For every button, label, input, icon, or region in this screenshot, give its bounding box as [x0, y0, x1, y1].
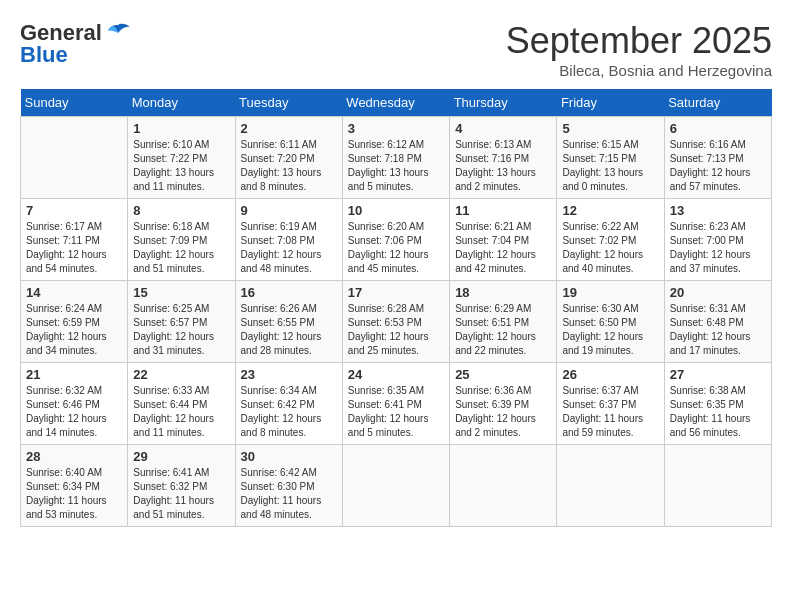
day-info: Sunrise: 6:30 AM Sunset: 6:50 PM Dayligh… — [562, 302, 658, 358]
day-number: 14 — [26, 285, 122, 300]
day-info: Sunrise: 6:19 AM Sunset: 7:08 PM Dayligh… — [241, 220, 337, 276]
day-info: Sunrise: 6:38 AM Sunset: 6:35 PM Dayligh… — [670, 384, 766, 440]
calendar-cell: 22Sunrise: 6:33 AM Sunset: 6:44 PM Dayli… — [128, 363, 235, 445]
day-info: Sunrise: 6:41 AM Sunset: 6:32 PM Dayligh… — [133, 466, 229, 522]
day-number: 13 — [670, 203, 766, 218]
day-number: 19 — [562, 285, 658, 300]
day-info: Sunrise: 6:35 AM Sunset: 6:41 PM Dayligh… — [348, 384, 444, 440]
calendar-cell — [342, 445, 449, 527]
day-number: 9 — [241, 203, 337, 218]
day-number: 22 — [133, 367, 229, 382]
logo: General Blue — [20, 20, 132, 68]
day-number: 7 — [26, 203, 122, 218]
calendar-cell — [21, 117, 128, 199]
calendar-week-row: 1Sunrise: 6:10 AM Sunset: 7:22 PM Daylig… — [21, 117, 772, 199]
day-info: Sunrise: 6:21 AM Sunset: 7:04 PM Dayligh… — [455, 220, 551, 276]
calendar-cell — [450, 445, 557, 527]
calendar-cell: 5Sunrise: 6:15 AM Sunset: 7:15 PM Daylig… — [557, 117, 664, 199]
day-number: 5 — [562, 121, 658, 136]
calendar-cell: 30Sunrise: 6:42 AM Sunset: 6:30 PM Dayli… — [235, 445, 342, 527]
day-info: Sunrise: 6:28 AM Sunset: 6:53 PM Dayligh… — [348, 302, 444, 358]
day-number: 18 — [455, 285, 551, 300]
day-number: 26 — [562, 367, 658, 382]
calendar-cell: 6Sunrise: 6:16 AM Sunset: 7:13 PM Daylig… — [664, 117, 771, 199]
day-info: Sunrise: 6:42 AM Sunset: 6:30 PM Dayligh… — [241, 466, 337, 522]
day-info: Sunrise: 6:16 AM Sunset: 7:13 PM Dayligh… — [670, 138, 766, 194]
day-info: Sunrise: 6:11 AM Sunset: 7:20 PM Dayligh… — [241, 138, 337, 194]
day-number: 8 — [133, 203, 229, 218]
day-number: 12 — [562, 203, 658, 218]
day-number: 25 — [455, 367, 551, 382]
calendar-cell: 3Sunrise: 6:12 AM Sunset: 7:18 PM Daylig… — [342, 117, 449, 199]
weekday-header-friday: Friday — [557, 89, 664, 117]
day-number: 1 — [133, 121, 229, 136]
day-number: 30 — [241, 449, 337, 464]
day-number: 27 — [670, 367, 766, 382]
day-number: 28 — [26, 449, 122, 464]
day-info: Sunrise: 6:31 AM Sunset: 6:48 PM Dayligh… — [670, 302, 766, 358]
calendar-cell: 7Sunrise: 6:17 AM Sunset: 7:11 PM Daylig… — [21, 199, 128, 281]
day-info: Sunrise: 6:26 AM Sunset: 6:55 PM Dayligh… — [241, 302, 337, 358]
day-info: Sunrise: 6:32 AM Sunset: 6:46 PM Dayligh… — [26, 384, 122, 440]
calendar-cell: 28Sunrise: 6:40 AM Sunset: 6:34 PM Dayli… — [21, 445, 128, 527]
weekday-header-sunday: Sunday — [21, 89, 128, 117]
calendar-cell: 23Sunrise: 6:34 AM Sunset: 6:42 PM Dayli… — [235, 363, 342, 445]
day-number: 29 — [133, 449, 229, 464]
calendar-cell: 20Sunrise: 6:31 AM Sunset: 6:48 PM Dayli… — [664, 281, 771, 363]
day-info: Sunrise: 6:22 AM Sunset: 7:02 PM Dayligh… — [562, 220, 658, 276]
day-number: 24 — [348, 367, 444, 382]
day-info: Sunrise: 6:34 AM Sunset: 6:42 PM Dayligh… — [241, 384, 337, 440]
day-info: Sunrise: 6:33 AM Sunset: 6:44 PM Dayligh… — [133, 384, 229, 440]
calendar-cell: 21Sunrise: 6:32 AM Sunset: 6:46 PM Dayli… — [21, 363, 128, 445]
calendar-table: SundayMondayTuesdayWednesdayThursdayFrid… — [20, 89, 772, 527]
day-info: Sunrise: 6:36 AM Sunset: 6:39 PM Dayligh… — [455, 384, 551, 440]
day-number: 15 — [133, 285, 229, 300]
calendar-cell: 13Sunrise: 6:23 AM Sunset: 7:00 PM Dayli… — [664, 199, 771, 281]
calendar-cell: 15Sunrise: 6:25 AM Sunset: 6:57 PM Dayli… — [128, 281, 235, 363]
calendar-cell: 19Sunrise: 6:30 AM Sunset: 6:50 PM Dayli… — [557, 281, 664, 363]
calendar-cell: 17Sunrise: 6:28 AM Sunset: 6:53 PM Dayli… — [342, 281, 449, 363]
calendar-week-row: 21Sunrise: 6:32 AM Sunset: 6:46 PM Dayli… — [21, 363, 772, 445]
weekday-header-row: SundayMondayTuesdayWednesdayThursdayFrid… — [21, 89, 772, 117]
day-number: 6 — [670, 121, 766, 136]
calendar-cell: 8Sunrise: 6:18 AM Sunset: 7:09 PM Daylig… — [128, 199, 235, 281]
weekday-header-tuesday: Tuesday — [235, 89, 342, 117]
calendar-cell: 9Sunrise: 6:19 AM Sunset: 7:08 PM Daylig… — [235, 199, 342, 281]
calendar-cell: 24Sunrise: 6:35 AM Sunset: 6:41 PM Dayli… — [342, 363, 449, 445]
weekday-header-monday: Monday — [128, 89, 235, 117]
day-info: Sunrise: 6:10 AM Sunset: 7:22 PM Dayligh… — [133, 138, 229, 194]
day-info: Sunrise: 6:17 AM Sunset: 7:11 PM Dayligh… — [26, 220, 122, 276]
day-number: 23 — [241, 367, 337, 382]
day-info: Sunrise: 6:18 AM Sunset: 7:09 PM Dayligh… — [133, 220, 229, 276]
calendar-cell: 12Sunrise: 6:22 AM Sunset: 7:02 PM Dayli… — [557, 199, 664, 281]
day-info: Sunrise: 6:13 AM Sunset: 7:16 PM Dayligh… — [455, 138, 551, 194]
calendar-cell — [664, 445, 771, 527]
month-title: September 2025 — [506, 20, 772, 62]
day-number: 21 — [26, 367, 122, 382]
calendar-cell: 2Sunrise: 6:11 AM Sunset: 7:20 PM Daylig… — [235, 117, 342, 199]
logo-bird-icon — [104, 23, 132, 43]
calendar-cell: 25Sunrise: 6:36 AM Sunset: 6:39 PM Dayli… — [450, 363, 557, 445]
calendar-cell: 1Sunrise: 6:10 AM Sunset: 7:22 PM Daylig… — [128, 117, 235, 199]
weekday-header-wednesday: Wednesday — [342, 89, 449, 117]
calendar-cell: 18Sunrise: 6:29 AM Sunset: 6:51 PM Dayli… — [450, 281, 557, 363]
day-number: 16 — [241, 285, 337, 300]
calendar-cell: 10Sunrise: 6:20 AM Sunset: 7:06 PM Dayli… — [342, 199, 449, 281]
calendar-cell: 4Sunrise: 6:13 AM Sunset: 7:16 PM Daylig… — [450, 117, 557, 199]
day-number: 4 — [455, 121, 551, 136]
day-number: 11 — [455, 203, 551, 218]
location-subtitle: Bileca, Bosnia and Herzegovina — [506, 62, 772, 79]
page-header: General Blue September 2025 Bileca, Bosn… — [20, 20, 772, 79]
calendar-cell: 16Sunrise: 6:26 AM Sunset: 6:55 PM Dayli… — [235, 281, 342, 363]
calendar-cell: 14Sunrise: 6:24 AM Sunset: 6:59 PM Dayli… — [21, 281, 128, 363]
calendar-cell: 11Sunrise: 6:21 AM Sunset: 7:04 PM Dayli… — [450, 199, 557, 281]
calendar-week-row: 14Sunrise: 6:24 AM Sunset: 6:59 PM Dayli… — [21, 281, 772, 363]
calendar-week-row: 28Sunrise: 6:40 AM Sunset: 6:34 PM Dayli… — [21, 445, 772, 527]
day-info: Sunrise: 6:37 AM Sunset: 6:37 PM Dayligh… — [562, 384, 658, 440]
weekday-header-thursday: Thursday — [450, 89, 557, 117]
weekday-header-saturday: Saturday — [664, 89, 771, 117]
calendar-cell — [557, 445, 664, 527]
day-info: Sunrise: 6:15 AM Sunset: 7:15 PM Dayligh… — [562, 138, 658, 194]
calendar-cell: 29Sunrise: 6:41 AM Sunset: 6:32 PM Dayli… — [128, 445, 235, 527]
day-number: 3 — [348, 121, 444, 136]
